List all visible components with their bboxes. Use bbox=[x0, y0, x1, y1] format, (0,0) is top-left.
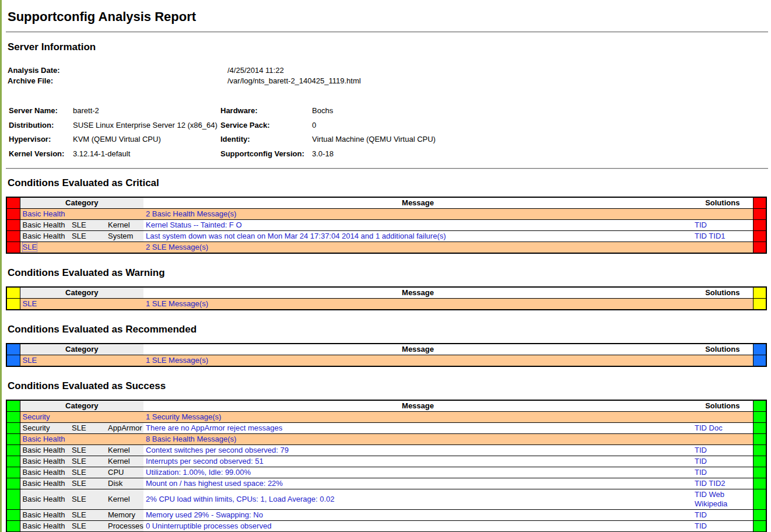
status-strip bbox=[753, 456, 766, 467]
solutions-cell: TID Web Wikipedia bbox=[692, 489, 753, 510]
summary-message-cell: 2 Basic Health Message(s) bbox=[143, 209, 692, 220]
message-link[interactable]: 1 SLE Message(s) bbox=[146, 356, 208, 365]
status-strip bbox=[6, 478, 20, 489]
field-value: barett-2 bbox=[73, 104, 220, 118]
summary-category-cell: SLE bbox=[20, 242, 143, 254]
subcategory-cell: SLE bbox=[69, 467, 106, 478]
component-cell: System bbox=[106, 231, 143, 242]
solutions-cell: TID bbox=[692, 445, 753, 456]
solutions-column-header: Solutions bbox=[692, 287, 753, 299]
category-link[interactable]: Security bbox=[23, 412, 50, 421]
solution-link[interactable]: TID bbox=[695, 424, 707, 432]
solution-link[interactable]: TID bbox=[695, 522, 707, 530]
field-label: Kernel Version: bbox=[9, 147, 73, 162]
conditions-sections: Conditions Evaluated as CriticalCategory… bbox=[6, 177, 768, 532]
subcategory-cell: SLE bbox=[69, 445, 106, 456]
table-row: SecuritySLEAppArmorThere are no AppArmor… bbox=[6, 423, 766, 434]
summary-category-cell: Basic Health bbox=[20, 434, 143, 445]
message-link[interactable]: 2 Basic Health Message(s) bbox=[146, 209, 236, 218]
subcategory-cell: SLE bbox=[69, 510, 106, 521]
solutions-cell: TID TID2 bbox=[692, 478, 753, 489]
solution-link[interactable]: TID1 bbox=[709, 232, 725, 240]
solution-link[interactable]: TID bbox=[695, 232, 707, 240]
category-column-header: Category bbox=[20, 197, 143, 209]
summary-solutions-cell bbox=[692, 299, 753, 310]
message-cell: 2% CPU load within limits, CPUs: 1, Load… bbox=[143, 489, 692, 510]
category-cell: Basic Health bbox=[20, 467, 69, 478]
table-row: Basic HealthSLEDiskMount on / has highes… bbox=[6, 478, 766, 489]
summary-message-cell: 8 Basic Health Message(s) bbox=[143, 434, 692, 445]
summary-solutions-cell bbox=[692, 209, 753, 220]
solutions-column-header: Solutions bbox=[692, 400, 753, 412]
solutions-column-header: Solutions bbox=[692, 197, 753, 209]
category-cell: Security bbox=[20, 423, 69, 434]
subcategory-cell: SLE bbox=[69, 478, 106, 489]
message-link[interactable]: 2 SLE Message(s) bbox=[146, 243, 208, 251]
solution-link[interactable]: TID bbox=[695, 479, 707, 488]
field-value: KVM (QEMU Virtual CPU) bbox=[73, 132, 220, 147]
status-strip bbox=[753, 434, 766, 445]
meta-row: Archive File:/var/log/nts_barett-2_14042… bbox=[8, 76, 768, 86]
server-fields: Server Name:barett-2Hardware:BochsDistri… bbox=[9, 104, 768, 161]
conditions-table-success: CategoryMessageSolutionsSecurity1 Securi… bbox=[6, 400, 767, 532]
solution-link[interactable]: TID bbox=[695, 510, 707, 519]
table-row: Basic HealthSLECPUUtilization: 1.00%, Id… bbox=[6, 467, 766, 478]
message-column-header: Message bbox=[143, 197, 692, 209]
table-header-row: CategoryMessageSolutions bbox=[6, 400, 766, 412]
message-link[interactable]: Kernel Status -- Tainted: F O bbox=[146, 220, 242, 229]
subcategory-cell: SLE bbox=[69, 489, 106, 510]
status-strip bbox=[753, 412, 766, 423]
field-label: Service Pack: bbox=[220, 118, 312, 133]
status-strip bbox=[753, 510, 766, 521]
status-strip bbox=[6, 242, 20, 254]
message-link[interactable]: There are no AppArmor reject messages bbox=[146, 424, 282, 432]
title-divider bbox=[6, 32, 768, 33]
component-cell: Memory bbox=[106, 510, 143, 521]
section-heading-critical: Conditions Evaluated as Critical bbox=[8, 177, 768, 189]
solution-link[interactable]: TID bbox=[695, 468, 707, 477]
category-link[interactable]: Basic Health bbox=[23, 435, 65, 443]
solution-link[interactable]: Wikipedia bbox=[695, 499, 727, 508]
component-cell: Kernel bbox=[106, 220, 143, 231]
analysis-meta: Analysis Date:/4/25/2014 11:22Archive Fi… bbox=[8, 65, 768, 86]
message-link[interactable]: 2% CPU load within limits, CPUs: 1, Load… bbox=[146, 495, 334, 503]
category-link[interactable]: SLE bbox=[23, 243, 37, 251]
solution-link[interactable]: TID bbox=[695, 457, 707, 466]
summary-solutions-cell bbox=[692, 355, 753, 367]
status-strip bbox=[753, 231, 766, 242]
solution-link[interactable]: TID bbox=[695, 220, 707, 229]
message-link[interactable]: 1 Security Message(s) bbox=[146, 412, 221, 421]
solution-link[interactable]: TID2 bbox=[709, 479, 725, 488]
message-link[interactable]: Interrupts per second observed: 51 bbox=[146, 457, 264, 466]
message-link[interactable]: 8 Basic Health Message(s) bbox=[146, 435, 236, 443]
table-row: SLE1 SLE Message(s) bbox=[6, 355, 766, 367]
category-link[interactable]: SLE bbox=[23, 356, 37, 365]
status-strip bbox=[6, 489, 20, 510]
status-strip bbox=[6, 220, 20, 231]
message-link[interactable]: 0 Uninterruptible processes observed bbox=[146, 522, 271, 530]
subcategory-cell: SLE bbox=[69, 231, 106, 242]
message-link[interactable]: 1 SLE Message(s) bbox=[146, 299, 208, 308]
solution-link[interactable]: TID bbox=[695, 446, 707, 454]
status-strip bbox=[6, 299, 20, 310]
table-row: Basic HealthSLESystemLast system down wa… bbox=[6, 231, 766, 242]
status-strip bbox=[6, 456, 20, 467]
solutions-cell: TID bbox=[692, 510, 753, 521]
message-link[interactable]: Context switches per second observed: 79 bbox=[146, 446, 289, 454]
solutions-cell: TID bbox=[692, 456, 753, 467]
message-link[interactable]: Memory used 29% - Swapping: No bbox=[146, 510, 263, 519]
table-row: Security1 Security Message(s) bbox=[6, 412, 766, 423]
solution-link[interactable]: TID bbox=[695, 490, 707, 499]
solutions-cell: TID TID1 bbox=[692, 231, 753, 242]
message-link[interactable]: Utilization: 1.00%, Idle: 99.00% bbox=[146, 468, 251, 477]
category-link[interactable]: SLE bbox=[23, 299, 37, 308]
status-strip bbox=[6, 423, 20, 434]
server-info-divider bbox=[6, 168, 768, 169]
summary-category-cell: SLE bbox=[20, 355, 143, 367]
solution-link[interactable]: Doc bbox=[709, 424, 723, 432]
message-link[interactable]: Last system down was not clean on Mon Ma… bbox=[146, 232, 446, 240]
category-link[interactable]: Basic Health bbox=[23, 209, 65, 218]
solution-link[interactable]: Web bbox=[709, 490, 725, 499]
message-link[interactable]: Mount on / has highest used space: 22% bbox=[146, 479, 283, 488]
table-row: Basic HealthSLEMemoryMemory used 29% - S… bbox=[6, 510, 766, 521]
